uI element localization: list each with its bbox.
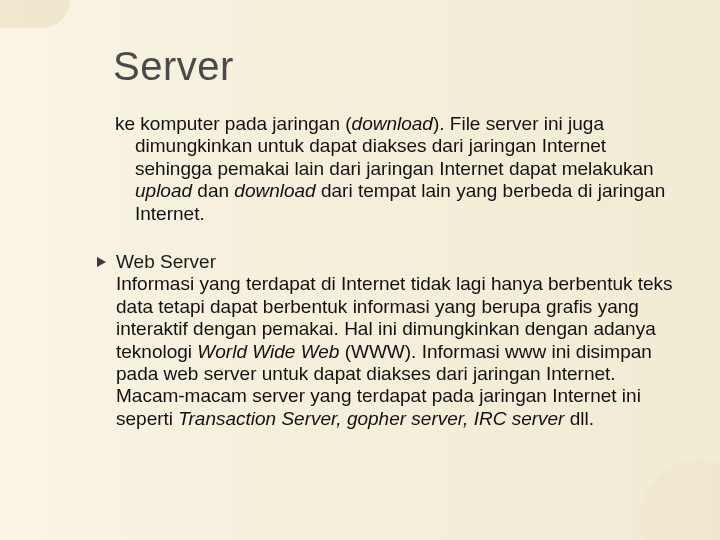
slide-content: Server ke komputer pada jaringan (downlo… [0,0,720,540]
paragraph-fileserver: ke komputer pada jaringan (download). Fi… [115,113,680,225]
text-italic-download: download [352,113,433,134]
text-italic-serverlist: Transaction Server, gopher server, IRC s… [178,408,564,429]
text-run: dll. [564,408,594,429]
text-italic-upload: upload [135,180,192,201]
bullet-arrow-icon [97,257,106,267]
subheading-webserver: Web Server [116,251,680,273]
slide-title: Server [113,44,680,89]
paragraph-webserver: Informasi yang terdapat di Internet tida… [116,273,680,430]
text-italic-download: download [234,180,315,201]
bullet-webserver: Web Server Informasi yang terdapat di In… [115,251,680,430]
bullet-content: Web Server Informasi yang terdapat di In… [116,251,680,430]
text-run: ke komputer pada jaringan ( [115,113,352,134]
text-run: dan [192,180,234,201]
text-italic-www: World Wide Web [197,341,339,362]
